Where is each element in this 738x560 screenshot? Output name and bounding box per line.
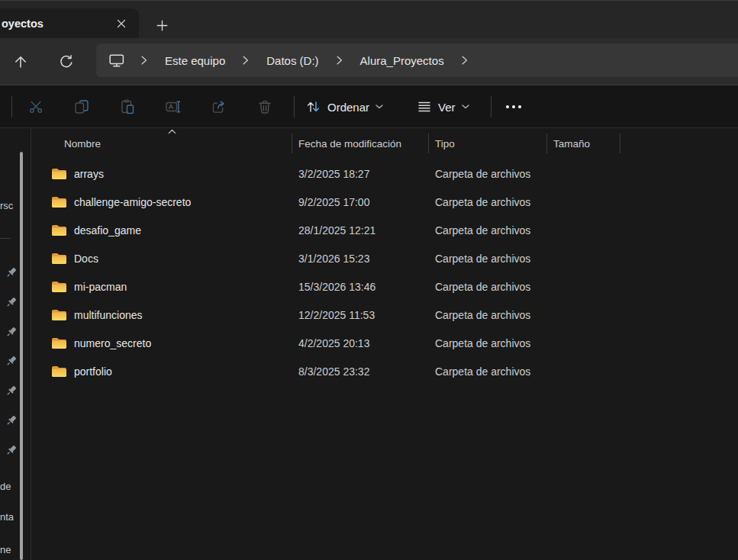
refresh-icon	[58, 53, 75, 70]
rename-button[interactable]	[158, 92, 189, 122]
command-toolbar: Ordenar Ver	[0, 85, 738, 128]
file-name: desafio_game	[74, 224, 141, 237]
table-row[interactable]: numero_secreto 4/2/2025 20:13 Carpeta de…	[34, 329, 738, 357]
arrow-up-icon	[12, 53, 29, 70]
ellipsis-icon	[506, 105, 521, 108]
sidebar-item-label-partial[interactable]: rsc	[0, 200, 14, 211]
file-modified: 3/2/2025 18:27	[292, 168, 429, 180]
table-row[interactable]: arrays 3/2/2025 18:27 Carpeta de archivo…	[34, 159, 738, 188]
chevron-right-icon	[141, 56, 147, 65]
column-header-fecha[interactable]: Fecha de modificación	[292, 134, 429, 153]
pushpin-icon[interactable]	[5, 266, 18, 278]
up-button[interactable]	[8, 50, 33, 73]
folder-icon	[52, 253, 66, 264]
navigation-pane-clipped: rsc de nta ne	[0, 128, 31, 560]
delete-icon	[257, 99, 272, 114]
copy-button[interactable]	[66, 92, 97, 122]
file-type: Carpeta de archivos	[429, 309, 547, 321]
content-area: rsc de nta ne Nombre Fecha de modificaci…	[0, 128, 738, 560]
tab-title: oyectos	[2, 18, 111, 30]
pushpin-icon[interactable]	[5, 326, 18, 338]
refresh-button[interactable]	[54, 50, 79, 73]
file-type: Carpeta de archivos	[429, 281, 547, 293]
sidebar-item-label-partial[interactable]: de	[0, 481, 14, 492]
folder-icon	[52, 365, 66, 377]
column-header-row: Nombre Fecha de modificación Tipo Tamaño	[34, 133, 738, 154]
table-row[interactable]: multifunciones 12/2/2025 11:53 Carpeta d…	[34, 301, 738, 329]
file-modified: 15/3/2026 13:46	[292, 281, 429, 293]
pushpin-icon[interactable]	[5, 414, 18, 426]
chevron-right-icon[interactable]	[462, 56, 468, 65]
file-name: multifunciones	[74, 309, 143, 321]
sort-button[interactable]: Ordenar	[298, 92, 391, 122]
sort-ascending-icon	[168, 129, 176, 134]
sort-icon	[305, 99, 321, 114]
cut-button[interactable]	[21, 92, 51, 122]
chevron-down-icon	[462, 105, 469, 109]
sidebar-scrollbar[interactable]	[20, 152, 23, 560]
file-type: Carpeta de archivos	[429, 168, 547, 180]
file-modified: 8/3/2025 23:32	[292, 365, 429, 378]
column-header-tamano[interactable]: Tamaño	[547, 134, 620, 153]
file-list: Nombre Fecha de modificación Tipo Tamaño…	[34, 128, 738, 560]
column-header-nombre[interactable]: Nombre	[34, 134, 292, 153]
more-options-button[interactable]	[497, 92, 530, 122]
new-tab-button[interactable]	[151, 15, 172, 35]
plus-icon	[156, 20, 168, 31]
pushpin-icon[interactable]	[5, 444, 18, 456]
table-row[interactable]: desafio_game 28/1/2025 12:21 Carpeta de …	[34, 216, 738, 244]
table-row[interactable]: portfolio 8/3/2025 23:32 Carpeta de arch…	[34, 357, 738, 385]
file-type: Carpeta de archivos	[429, 337, 547, 349]
column-header-spacer	[620, 134, 738, 153]
share-icon	[211, 99, 227, 114]
chevron-right-icon[interactable]	[243, 56, 249, 65]
copy-icon	[74, 99, 89, 114]
paste-icon	[120, 99, 135, 114]
breadcrumb-item-alura-proyectos[interactable]: Alura_Proyectos	[359, 52, 446, 69]
sidebar-separator	[0, 238, 11, 239]
folder-icon	[52, 224, 66, 236]
navigation-bar: Este equipo Datos (D:) Alura_Proyectos	[0, 38, 738, 85]
toolbar-divider	[491, 96, 491, 117]
close-icon[interactable]	[111, 14, 131, 34]
chevron-right-icon[interactable]	[337, 56, 343, 65]
explorer-tab[interactable]: oyectos	[0, 8, 139, 39]
this-pc-monitor-icon[interactable]	[109, 53, 125, 68]
cut-icon	[28, 99, 44, 114]
file-type: Carpeta de archivos	[429, 224, 547, 237]
file-name: Docs	[74, 253, 98, 265]
pushpin-icon[interactable]	[5, 385, 18, 397]
file-type: Carpeta de archivos	[429, 365, 547, 378]
sidebar-item-label-partial[interactable]: ne	[0, 544, 14, 555]
pane-divider[interactable]	[31, 128, 31, 560]
folder-icon	[52, 281, 66, 292]
share-button[interactable]	[204, 92, 234, 122]
table-row[interactable]: mi-pacman 15/3/2026 13:46 Carpeta de arc…	[34, 272, 738, 301]
pushpin-icon[interactable]	[5, 355, 18, 367]
address-bar[interactable]: Este equipo Datos (D:) Alura_Proyectos	[96, 43, 738, 77]
file-name: numero_secreto	[74, 337, 151, 349]
file-name: mi-pacman	[74, 281, 127, 293]
table-row[interactable]: Docs 3/1/2026 15:23 Carpeta de archivos	[34, 244, 738, 272]
pushpin-icon[interactable]	[5, 296, 18, 308]
file-explorer-window: oyectos Este equipo Datos (D:) Alu	[0, 0, 738, 560]
view-icon	[417, 99, 432, 114]
delete-button[interactable]	[250, 92, 280, 122]
column-header-tipo[interactable]: Tipo	[429, 134, 547, 153]
file-rows: arrays 3/2/2025 18:27 Carpeta de archivo…	[34, 159, 738, 385]
sidebar-item-label-partial[interactable]: nta	[0, 511, 14, 523]
file-type: Carpeta de archivos	[429, 253, 547, 265]
breadcrumb-item-datos-d[interactable]: Datos (D:)	[265, 52, 320, 69]
table-row[interactable]: challenge-amigo-secreto 9/2/2025 17:00 C…	[34, 188, 738, 216]
view-button[interactable]: Ver	[409, 92, 477, 122]
file-modified: 12/2/2025 11:53	[292, 309, 429, 321]
title-bar: oyectos	[0, 0, 738, 38]
breadcrumb-item-este-equipo[interactable]: Este equipo	[163, 52, 227, 69]
chevron-down-icon	[375, 105, 383, 109]
paste-button[interactable]	[112, 92, 143, 122]
folder-icon	[52, 337, 66, 349]
view-label: Ver	[438, 101, 456, 114]
file-modified: 28/1/2025 12:21	[292, 224, 429, 237]
file-modified: 9/2/2025 17:00	[292, 196, 429, 208]
toolbar-divider	[294, 96, 295, 117]
